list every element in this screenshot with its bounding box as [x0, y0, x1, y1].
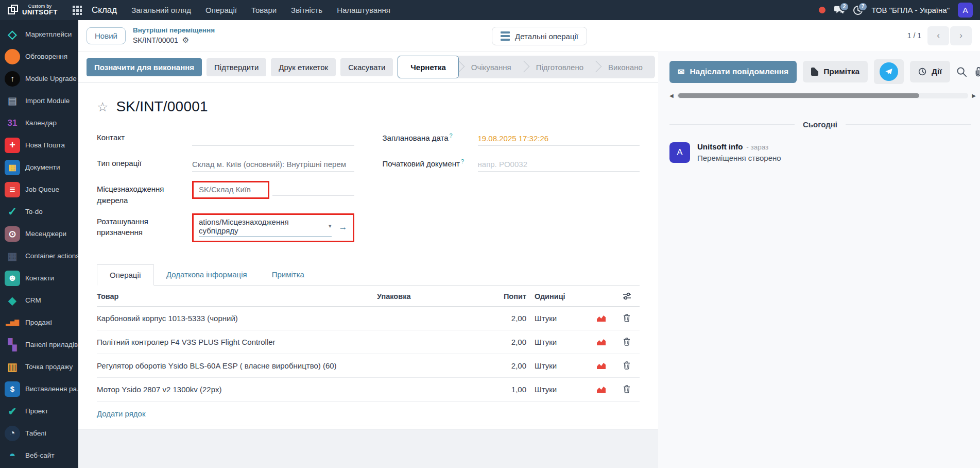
cell-product[interactable]: Політний контролер F4 V3S PLUS Flight Co… [97, 338, 377, 346]
sidebar-item[interactable]: ✔ Проект [0, 400, 78, 422]
tab[interactable]: Додаткова інформація [154, 264, 260, 285]
add-row-link[interactable]: Додати рядок [97, 402, 640, 426]
delete-row-trash-icon[interactable] [614, 338, 640, 346]
cell-demand[interactable]: 2,00 [480, 338, 526, 346]
menu-item[interactable]: Загальний огляд [131, 6, 191, 14]
cell-units[interactable]: Штуки [526, 338, 588, 346]
delete-row-trash-icon[interactable] [614, 361, 640, 370]
sidebar-item[interactable]: ▂▅▇ Продажі [0, 311, 78, 333]
status-stage[interactable]: Чернетка [398, 56, 458, 78]
menu-item[interactable]: Налаштування [337, 6, 390, 14]
send-message-button[interactable]: ✉ Надіслати повідомлення [669, 61, 797, 83]
status-stage[interactable]: Виконано [596, 56, 655, 78]
tab[interactable]: Примітка [260, 264, 317, 285]
pager-next-button[interactable]: › [950, 26, 972, 45]
scrollbar-thumb[interactable] [678, 93, 919, 98]
gear-icon[interactable]: ⚙ [182, 35, 189, 45]
apps-grid-icon[interactable] [72, 5, 82, 15]
new-button[interactable]: Новий [87, 27, 126, 44]
sidebar-item[interactable]: Обговорення [0, 45, 78, 68]
message-author[interactable]: Unitsoft info [697, 142, 743, 151]
menu-item[interactable]: Операції [205, 6, 237, 14]
sidebar-item[interactable]: + Нова Пошта [0, 134, 78, 156]
dest-location-field[interactable]: ations/Місцезнаходження субпідряду ▾ → [192, 213, 354, 242]
cell-units[interactable]: Штуки [526, 385, 588, 394]
sidebar-item[interactable]: ▚ Панелі приладів [0, 333, 78, 356]
breadcrumb-parent-link[interactable]: Внутрішні переміщення [133, 26, 215, 35]
table-row[interactable]: Регулятор оборотів Ysido BLS-60A ESP ( в… [97, 354, 640, 378]
current-app-name[interactable]: Склад [92, 5, 117, 15]
sidebar-item[interactable]: ◔ Табелі [0, 422, 78, 444]
cell-demand[interactable]: 2,00 [480, 361, 526, 370]
sidebar-item[interactable]: ◇ Маркетплейси [0, 23, 78, 45]
source-location-field[interactable]: SK/Склад Київ [192, 181, 354, 198]
sidebar-item[interactable]: 31 Календар [0, 112, 78, 134]
scheduled-date-field[interactable]: 19.08.2025 17:32:26 [478, 129, 640, 146]
secondary-action-button[interactable]: Підтвердити [207, 58, 266, 76]
delete-row-trash-icon[interactable] [614, 385, 640, 393]
secondary-action-button[interactable]: Друк етикеток [271, 58, 336, 76]
tab[interactable]: Операції [97, 264, 154, 286]
sidebar-item[interactable]: ◆ CRM [0, 289, 78, 311]
scroll-right-icon[interactable]: ▶ [972, 93, 976, 98]
sidebar-item[interactable]: $ Виставлення ра... [0, 378, 78, 400]
cell-product[interactable]: Мотор Ysido 2807 v2 1300kv (22px) [97, 385, 377, 394]
detailed-operations-button[interactable]: Детальні операції [492, 27, 587, 45]
forecast-report-icon[interactable] [588, 386, 614, 393]
optional-columns-icon[interactable] [614, 292, 640, 300]
col-demand[interactable]: Попит [480, 292, 526, 300]
favorite-star-icon[interactable]: ☆ [97, 99, 108, 114]
forecast-report-icon[interactable] [588, 338, 614, 346]
activities-clock-icon[interactable]: 7 [853, 5, 863, 15]
messages-icon[interactable]: 2 [834, 5, 845, 15]
menu-item[interactable]: Звітність [291, 6, 322, 14]
operation-type-field[interactable]: Склад м. Київ (основний): Внутрішні пере… [192, 155, 354, 172]
sidebar-item[interactable]: ◓ Веб-сайт [0, 444, 78, 466]
cell-product[interactable]: Карбоновий корпус 1013-5333 (чорний) [97, 314, 377, 323]
sidebar-item[interactable]: ▥ Точка продажу [0, 356, 78, 378]
cell-product[interactable]: Регулятор оборотів Ysido BLS-60A ESP ( в… [97, 361, 377, 370]
sidebar-item[interactable]: ▦ Container actions [0, 245, 78, 267]
cell-units[interactable]: Штуки [526, 361, 588, 370]
source-document-field[interactable]: напр. PO0032 [478, 155, 640, 172]
chatter-horizontal-scrollbar[interactable]: ◀ ▶ [669, 93, 978, 98]
search-messages-icon[interactable] [956, 66, 967, 77]
cell-units[interactable]: Штуки [526, 314, 588, 323]
contact-field[interactable] [192, 129, 354, 146]
status-stage[interactable]: Очікування [459, 56, 524, 78]
chevron-down-icon[interactable]: ▾ [329, 223, 332, 229]
secondary-action-button[interactable]: Скасувати [340, 58, 393, 76]
col-units[interactable]: Одиниці [526, 292, 588, 300]
sidebar-item[interactable]: ≡ Job Queue [0, 178, 78, 200]
table-row[interactable]: Політний контролер F4 V3S PLUS Flight Co… [97, 330, 640, 354]
table-row[interactable]: Карбоновий корпус 1013-5333 (чорний) 2,0… [97, 307, 640, 330]
help-icon[interactable]: ? [450, 132, 453, 139]
cell-demand[interactable]: 2,00 [480, 314, 526, 323]
sidebar-item[interactable]: ↑ Module Upgrade [0, 68, 78, 90]
pager-previous-button[interactable]: ‹ [927, 26, 949, 45]
activities-button[interactable]: Дії [910, 61, 950, 82]
sidebar-item[interactable]: ☻ Контакти [0, 267, 78, 289]
forecast-report-icon[interactable] [588, 314, 614, 322]
sidebar-item[interactable]: ▦ Документи [0, 156, 78, 178]
attachments-paperclip-icon[interactable] [973, 66, 980, 77]
table-row[interactable]: Мотор Ysido 2807 v2 1300kv (22px) 1,00 Ш… [97, 378, 640, 402]
menu-item[interactable]: Товари [251, 6, 277, 14]
sidebar-item[interactable]: ▤ Import Module [0, 90, 78, 112]
user-avatar[interactable]: A [958, 3, 973, 18]
mark-todo-button[interactable]: Позначити для виконання [87, 58, 202, 76]
unitsoft-logo[interactable]: Custom by UNITSOFT [7, 4, 58, 16]
cell-demand[interactable]: 1,00 [480, 385, 526, 394]
col-packaging[interactable]: Упаковка [377, 292, 480, 300]
sidebar-item[interactable]: ✓ To-do [0, 200, 78, 223]
col-product[interactable]: Товар [97, 292, 377, 300]
log-note-button[interactable]: Примітка [803, 61, 868, 82]
forecast-report-icon[interactable] [588, 362, 614, 370]
internal-link-arrow-icon[interactable]: → [339, 222, 348, 232]
delete-row-trash-icon[interactable] [614, 314, 640, 322]
status-stage[interactable]: Підготовлено [524, 56, 596, 78]
scroll-left-icon[interactable]: ◀ [669, 93, 674, 98]
help-icon[interactable]: ? [461, 158, 464, 164]
company-switcher[interactable]: ТОВ "БПЛА - Україна" [871, 6, 950, 14]
sidebar-item[interactable]: ⊙ Месенджери [0, 223, 78, 245]
